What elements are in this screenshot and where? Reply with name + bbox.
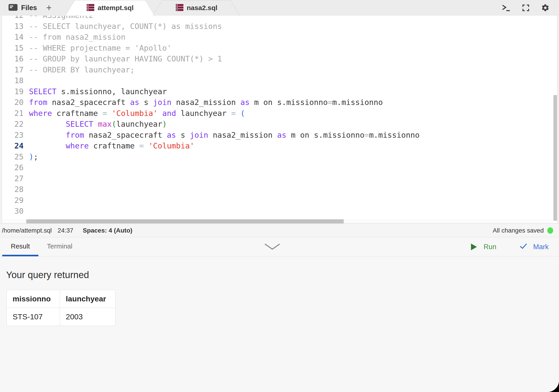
code-text: where craftname = 'Columbia': [29, 140, 195, 151]
line-number: 13: [2, 21, 24, 32]
line-number: 14: [2, 32, 24, 43]
save-status-label: All changes saved: [493, 227, 544, 234]
files-button[interactable]: Files: [9, 0, 37, 16]
code-text: -- from nasa2_mission: [29, 32, 125, 43]
file-path: /home/attempt.sql: [2, 227, 52, 234]
horizontal-scrollbar-track: [2, 219, 553, 223]
mark-button-label: Mark: [533, 243, 549, 251]
code-line-19[interactable]: 19SELECT s.missionno, launchyear: [2, 86, 557, 97]
result-panel-bar: Result Terminal Run Mark: [0, 238, 559, 256]
line-number: 30: [2, 206, 24, 217]
table-cell: STS-107: [7, 308, 60, 326]
table-body: STS-1072003: [7, 308, 115, 326]
code-line-20[interactable]: 20from nasa2_spacecraft as s join nasa2_…: [2, 97, 557, 108]
play-icon: [471, 244, 477, 250]
line-number: 27: [2, 173, 24, 184]
line-number: 23: [2, 130, 24, 141]
code-text: -- SELECT launchyear, COUNT(*) as missio…: [29, 21, 222, 32]
line-number: 25: [2, 151, 24, 162]
chevron-down-icon[interactable]: [264, 243, 280, 251]
code-line-17[interactable]: 17-- ORDER BY launchyear;: [2, 64, 557, 75]
tab-attempt-sql[interactable]: attempt.sql: [65, 0, 155, 16]
line-number: 12: [2, 16, 24, 21]
line-number: 20: [2, 97, 24, 108]
files-icon: [9, 4, 18, 12]
tab-result[interactable]: Result: [2, 238, 38, 256]
code-line-27[interactable]: 27: [2, 173, 557, 184]
code-line-15[interactable]: 15-- WHERE projectname = 'Apollo': [2, 43, 557, 53]
code-line-21[interactable]: 21where craftname = 'Columbia' and launc…: [2, 108, 557, 119]
code-text: from nasa2_spacecraft as s join nasa2_mi…: [29, 97, 383, 108]
code-text: from nasa2_spacecraft as s join nasa2_mi…: [29, 130, 419, 141]
sql-file-icon: [176, 3, 184, 12]
code-line-16[interactable]: 16-- GROUP by launchyear HAVING COUNT(*)…: [2, 53, 557, 64]
line-number: 22: [2, 119, 24, 130]
code-line-26[interactable]: 26: [2, 162, 557, 173]
code-line-23[interactable]: 23 from nasa2_spacecraft as s join nasa2…: [2, 130, 557, 141]
code-text: -- ASSignment2: [29, 16, 93, 21]
code-text: -- WHERE projectname = 'Apollo': [29, 43, 171, 53]
gear-icon[interactable]: [541, 4, 550, 12]
code-editor[interactable]: 12-- ASSignment213-- SELECT launchyear, …: [2, 16, 557, 223]
code-text: -- ORDER BY launchyear;: [29, 64, 135, 75]
top-bar: Files + attempt.sql nasa2.sql: [0, 0, 559, 16]
code-text: SELECT s.missionno, launchyear: [29, 86, 167, 97]
line-number: 29: [2, 195, 24, 206]
line-number: 24: [2, 140, 24, 151]
sql-file-icon: [86, 3, 94, 12]
green-dot-icon: [547, 227, 553, 234]
line-number: 17: [2, 64, 24, 75]
terminal-icon[interactable]: [502, 4, 511, 12]
line-number: 21: [2, 108, 24, 119]
code-text: SELECT max(launchyear): [29, 119, 167, 130]
tab-nasa2-sql[interactable]: nasa2.sql: [153, 0, 240, 16]
run-button[interactable]: Run: [471, 243, 496, 251]
new-tab-button[interactable]: +: [44, 0, 54, 16]
check-icon: [520, 243, 527, 251]
line-number: 15: [2, 43, 24, 53]
column-header: missionno: [7, 290, 60, 308]
code-line-28[interactable]: 28: [2, 184, 557, 195]
line-number: 16: [2, 53, 24, 64]
table-cell: 2003: [60, 308, 115, 326]
code-text: -- GROUP by launchyear HAVING COUNT(*) >…: [29, 53, 222, 64]
cursor-position: 24:37: [58, 227, 74, 234]
result-panel: Your query returned missionno launchyear…: [0, 257, 559, 392]
code-line-24[interactable]: 24 where craftname = 'Columbia': [2, 140, 557, 151]
code-line-14[interactable]: 14-- from nasa2_mission: [2, 32, 557, 43]
line-number: 26: [2, 162, 24, 173]
sql-editor-app: Files + attempt.sql nasa2.sql: [0, 0, 559, 392]
fullscreen-icon[interactable]: [522, 4, 530, 12]
files-button-label: Files: [21, 4, 37, 12]
tab-label: attempt.sql: [98, 4, 134, 12]
result-table: missionno launchyear STS-1072003: [7, 290, 115, 326]
indentation-setting[interactable]: Spaces: 4 (Auto): [83, 227, 132, 234]
code-line-30[interactable]: 30: [2, 206, 557, 217]
tab-label: nasa2.sql: [187, 4, 218, 12]
status-bar: /home/attempt.sql 24:37 Spaces: 4 (Auto)…: [0, 223, 559, 237]
mark-button[interactable]: Mark: [520, 243, 549, 251]
line-number: 28: [2, 184, 24, 195]
horizontal-scrollbar[interactable]: [26, 219, 344, 223]
code-lines: 12-- ASSignment213-- SELECT launchyear, …: [2, 16, 557, 217]
code-line-12[interactable]: 12-- ASSignment2: [2, 16, 557, 21]
code-line-22[interactable]: 22 SELECT max(launchyear): [2, 119, 557, 130]
column-header: launchyear: [60, 290, 115, 308]
run-button-label: Run: [484, 243, 496, 251]
line-number: 19: [2, 86, 24, 97]
code-line-13[interactable]: 13-- SELECT launchyear, COUNT(*) as miss…: [2, 21, 557, 32]
code-text: );: [29, 151, 38, 162]
vertical-scrollbar[interactable]: [553, 95, 557, 221]
table-header-row: missionno launchyear: [7, 290, 115, 308]
code-text: where craftname = 'Columbia' and launchy…: [29, 108, 245, 119]
code-line-18[interactable]: 18: [2, 75, 557, 86]
code-line-29[interactable]: 29: [2, 195, 557, 206]
line-number: 18: [2, 75, 24, 86]
result-heading: Your query returned: [6, 269, 89, 280]
table-row: STS-1072003: [7, 308, 115, 326]
tab-terminal[interactable]: Terminal: [38, 238, 81, 256]
code-line-25[interactable]: 25);: [2, 151, 557, 162]
